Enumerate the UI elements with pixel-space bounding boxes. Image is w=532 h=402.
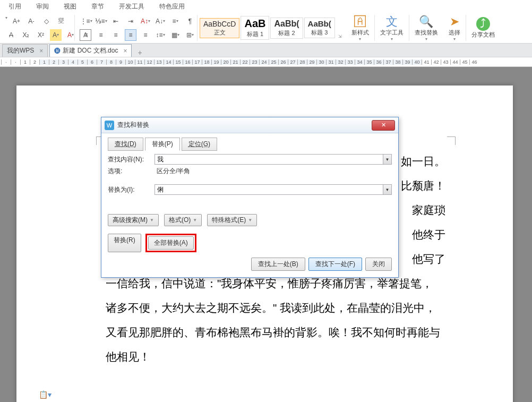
tab-replace[interactable]: 替换(P): [145, 138, 180, 151]
outdent-icon[interactable]: ⇤: [110, 15, 122, 27]
replace-all-button[interactable]: 全部替换(A): [148, 236, 194, 250]
clear-format-icon[interactable]: ◇: [40, 15, 52, 27]
align-center-icon[interactable]: ≡: [95, 29, 107, 41]
replace-button[interactable]: 替换(R): [108, 234, 141, 252]
select-button[interactable]: ➤ 选择▾: [443, 13, 466, 43]
numbering-icon[interactable]: ⅓≡▾: [95, 15, 107, 27]
special-format-button[interactable]: 特殊格式(E)▼: [207, 214, 257, 226]
new-style-icon: 🄰: [354, 15, 366, 29]
options-label: 选项:: [108, 167, 155, 176]
find-prev-button[interactable]: 查找上一处(B): [251, 258, 305, 271]
style-heading3[interactable]: AaBb( 标题 3: [304, 18, 335, 38]
decrease-font-icon[interactable]: A-: [25, 15, 37, 27]
style-normal[interactable]: AaBbCcD 正文: [200, 18, 239, 38]
wps-icon: W: [105, 121, 114, 130]
menu-special[interactable]: 特色应用: [159, 2, 185, 11]
menu-devtools[interactable]: 开发工具: [119, 2, 144, 11]
menu-quote[interactable]: 引用: [8, 2, 21, 11]
style-expand-icon[interactable]: ⇲: [336, 32, 344, 41]
find-next-button[interactable]: 查找下一处(F): [308, 258, 362, 271]
menu-chapter[interactable]: 章节: [91, 2, 104, 11]
menu-view[interactable]: 视图: [64, 2, 76, 11]
text-tool-icon: 文: [386, 15, 398, 29]
align-right-icon[interactable]: ≡: [110, 29, 122, 41]
style-heading1[interactable]: AaB 标题 1: [241, 16, 269, 40]
subscript-icon[interactable]: X₂: [20, 29, 32, 41]
chevron-down-icon[interactable]: ▼: [383, 185, 391, 194]
menu-review[interactable]: 审阅: [36, 2, 49, 11]
dialog-title: 查找和替换: [117, 121, 149, 130]
dialog-close-button[interactable]: ✕: [372, 120, 395, 131]
indent-icon[interactable]: ⇥: [125, 15, 136, 27]
chevron-down-icon[interactable]: ▼: [383, 155, 391, 164]
find-input[interactable]: [155, 155, 383, 164]
close-button[interactable]: 关闭: [365, 258, 392, 271]
ruler[interactable]: ··12 12345678910111213141516171819202122…: [0, 57, 532, 67]
share-button[interactable]: ⤴ 分享文档: [466, 13, 500, 43]
tab-document[interactable]: 🅦 新建 DOC 文档.doc ×: [49, 44, 132, 57]
borders-icon[interactable]: ⊞▾: [184, 29, 196, 41]
select-icon: ➤: [450, 15, 459, 29]
bullets-icon[interactable]: ⋮≡▾: [80, 15, 92, 27]
find-replace-icon: 🔍: [419, 15, 433, 29]
align-distribute-icon[interactable]: ≡: [140, 29, 151, 41]
font-size-chev[interactable]: ▾: [5, 15, 7, 27]
tab-goto[interactable]: 定位(G): [182, 138, 217, 151]
share-icon: ⤴: [476, 17, 490, 31]
find-replace-dialog: W 查找和替换 ✕ 查找(D) 替换(P) 定位(G) 查找内容(N): ▼ 选…: [101, 117, 399, 278]
tab-find[interactable]: 查找(D): [108, 138, 143, 151]
replace-input[interactable]: [155, 185, 383, 194]
find-input-combo: ▼: [155, 154, 392, 165]
options-value: 区分全/半角: [155, 167, 190, 176]
increase-font-icon[interactable]: A+: [11, 15, 22, 27]
align-left-icon[interactable]: ≡: [80, 29, 92, 41]
strikethrough-icon[interactable]: A: [5, 29, 17, 41]
margin-corner: [447, 136, 456, 145]
line-spacing-icon[interactable]: ↕≡▾: [155, 29, 166, 41]
shading-icon[interactable]: ▦▾: [169, 29, 181, 41]
tab-mywps[interactable]: 我的WPS ×: [2, 44, 48, 57]
close-icon[interactable]: ×: [123, 47, 127, 55]
replace-label: 替换为(I):: [108, 185, 155, 194]
align-justify-icon[interactable]: ≡: [125, 29, 136, 41]
dialog-titlebar[interactable]: W 查找和替换 ✕: [101, 117, 398, 133]
pinyin-icon[interactable]: 燮: [55, 15, 67, 27]
superscript-icon[interactable]: X²: [35, 29, 47, 41]
ribbon: ▾ A+ A- ◇ 燮 A X₂ X² A▾ A▾ A ⋮≡▾ ⅓≡▾ ⇤ ⇥ …: [0, 13, 532, 44]
advanced-search-button[interactable]: 高级搜索(M)▼: [108, 214, 159, 226]
replace-input-combo: ▼: [155, 184, 392, 195]
find-label: 查找内容(N):: [108, 155, 155, 164]
show-marks-icon[interactable]: ¶: [184, 15, 196, 27]
doc-icon: 🅦: [54, 47, 61, 55]
close-icon[interactable]: ×: [39, 47, 43, 55]
new-tab-button[interactable]: +: [133, 48, 146, 57]
dialog-tabs: 查找(D) 替换(P) 定位(G): [108, 138, 392, 151]
style-heading2[interactable]: AaBb( 标题 2: [270, 18, 303, 39]
sort-icon[interactable]: A↓▾: [155, 15, 166, 27]
paste-options-icon[interactable]: 📋▾: [39, 390, 52, 399]
text-direction-icon[interactable]: A↕▾: [140, 15, 151, 27]
paragraph-group: ⋮≡▾ ⅓≡▾ ⇤ ⇥ A↕▾ A↓▾ ≡▾ ¶ ≡ ≡ ≡ ≡ ≡ ↕≡▾ ▦…: [75, 13, 197, 43]
format-button[interactable]: 格式(O)▼: [164, 214, 202, 226]
font-group: ▾ A+ A- ◇ 燮 A X₂ X² A▾ A▾ A: [0, 13, 74, 43]
highlighted-button: 全部替换(A): [145, 234, 196, 252]
document-tabbar: 我的WPS × 🅦 新建 DOC 文档.doc × +: [0, 44, 532, 57]
new-style-button[interactable]: 🄰 新样式▾: [346, 13, 374, 43]
highlight-icon[interactable]: A▾: [50, 29, 62, 41]
style-gallery: AaBbCcD 正文 AaB 标题 1 AaBb( 标题 2 AaBb( 标题 …: [198, 13, 346, 43]
text-tool-button[interactable]: 文 文字工具▾: [375, 13, 409, 43]
menu-bar: 引用 审阅 视图 章节 开发工具 特色应用: [0, 0, 532, 13]
align-dist-icon[interactable]: ≡▾: [169, 15, 181, 27]
find-replace-button[interactable]: 🔍 查找替换▾: [409, 13, 443, 43]
